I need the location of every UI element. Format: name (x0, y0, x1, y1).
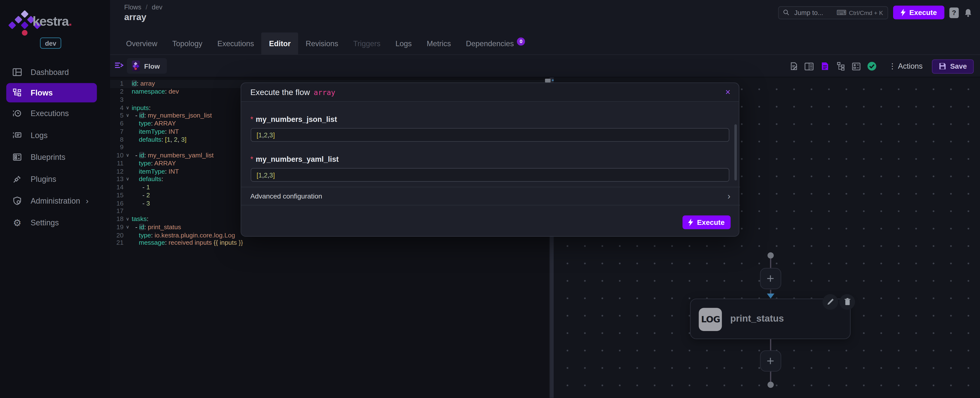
search-input[interactable] (793, 8, 833, 17)
sidebar-item-administration[interactable]: Administration › (0, 190, 110, 212)
line-number: 15 (110, 192, 124, 200)
tab-metrics[interactable]: Metrics (419, 32, 458, 55)
sidebar-item-blueprints[interactable]: Blueprints (0, 146, 110, 168)
dashboard-grid-icon (13, 67, 22, 77)
edge-line (770, 339, 771, 350)
fold-spacer (124, 88, 132, 96)
blueprints-icon (13, 152, 22, 162)
add-task-after-button[interactable]: + (760, 350, 781, 372)
bell-icon[interactable] (964, 8, 972, 17)
sidebar-item-executions[interactable]: Executions (0, 103, 110, 124)
line-number: 4 (110, 104, 124, 112)
fold-spacer (124, 200, 132, 208)
modal-execute-button[interactable]: Execute (682, 215, 730, 229)
pencil-icon (827, 299, 834, 305)
sidebar-item-settings[interactable]: ⚙ Settings (0, 212, 110, 233)
toggle-explorer-icon[interactable] (114, 62, 124, 70)
chevron-right-icon: › (86, 196, 89, 206)
input-label-yaml-list: *my_numbers_yaml_list (250, 155, 729, 163)
modal-scrollbar[interactable] (734, 125, 737, 181)
line-number: 21 (110, 239, 124, 247)
tab-logs[interactable]: Logs (388, 32, 419, 55)
fold-spacer (124, 192, 132, 200)
flow-tabs: Overview Topology Executions Editor Revi… (119, 32, 533, 55)
tab-triggers[interactable]: Triggers (346, 32, 388, 55)
doc-panel-icon[interactable] (804, 61, 814, 71)
fold-spacer (124, 232, 132, 239)
task-node-print-status[interactable]: LOG print_status (690, 299, 851, 339)
flow-code-view-icon[interactable] (820, 61, 830, 71)
fold-spacer (124, 136, 132, 144)
line-number: 12 (110, 168, 124, 176)
json-list-input[interactable]: [1,2,3] (250, 128, 729, 142)
kestra-app: kestra. dev Dashboard Flows Executions (0, 0, 980, 398)
fold-chevron-icon[interactable]: ∨ (124, 104, 132, 112)
required-asterisk: * (250, 115, 253, 124)
page-title: array (124, 12, 146, 22)
shield-icon (13, 196, 22, 206)
fold-chevron-icon[interactable]: ∨ (124, 152, 132, 160)
bolt-icon (900, 9, 906, 16)
tab-topology[interactable]: Topology (165, 32, 210, 55)
input-label-json-list: *my_numbers_json_list (250, 115, 729, 124)
save-button[interactable]: Save (932, 59, 974, 73)
blueprints-panel-icon[interactable] (851, 61, 861, 71)
topology-view-icon[interactable] (835, 61, 845, 71)
tab-editor[interactable]: Editor (262, 32, 298, 55)
edit-task-button[interactable] (823, 294, 838, 310)
line-number: 17 (110, 208, 124, 216)
line-number: 6 (110, 120, 124, 128)
line-number: 14 (110, 184, 124, 192)
delete-task-button[interactable] (840, 294, 855, 310)
edit-file-icon[interactable] (789, 61, 799, 71)
code-line[interactable]: 21 message: received inputs {{ inputs }} (110, 239, 549, 247)
jump-to-search[interactable]: ⌨ Ctrl/Cmd + K (778, 6, 888, 19)
environment-badge: dev (40, 38, 61, 49)
tab-overview[interactable]: Overview (119, 32, 165, 55)
logo-wordmark: kestra. (32, 14, 72, 29)
gear-icon: ⚙ (13, 218, 22, 227)
sidebar-item-plugins[interactable]: Plugins (0, 168, 110, 190)
fold-spacer (124, 160, 132, 168)
edge-line (770, 372, 771, 382)
line-number: 20 (110, 232, 124, 239)
line-number: 5 (110, 112, 124, 120)
advanced-configuration-row[interactable]: Advanced configuration › (241, 186, 740, 205)
kestra-logo[interactable]: kestra. (0, 9, 110, 36)
dependencies-count-badge: 0 (517, 37, 525, 46)
add-task-before-button[interactable]: + (760, 268, 781, 289)
keyboard-icon: ⌨ (837, 8, 846, 17)
help-icon[interactable]: ? (949, 7, 959, 18)
flow-file-tab[interactable]: Flow (127, 58, 167, 74)
bolt-icon (688, 218, 693, 226)
line-number: 19 (110, 224, 124, 232)
sidebar-item-dashboard[interactable]: Dashboard (0, 61, 110, 83)
topbar: Flows / dev array Overview Topology Exec… (110, 0, 980, 55)
fold-chevron-icon[interactable]: ∨ (124, 216, 132, 224)
execute-flow-modal: Execute the flow array × *my_numbers_jso… (240, 83, 739, 237)
modal-title: Execute the flow (250, 87, 310, 97)
close-icon[interactable]: × (725, 88, 730, 97)
sidebar-item-logs[interactable]: Logs (0, 124, 110, 146)
breadcrumb[interactable]: Flows / dev (124, 3, 162, 11)
line-number: 7 (110, 128, 124, 136)
fold-chevron-icon[interactable]: ∨ (124, 224, 132, 232)
code-text: message: received inputs {{ inputs }} (132, 239, 549, 247)
fold-chevron-icon[interactable]: ∨ (124, 112, 132, 120)
sidebar-item-flows[interactable]: Flows (6, 83, 97, 103)
yaml-list-input[interactable]: [1,2,3] (250, 168, 729, 182)
line-number: 9 (110, 144, 124, 152)
fold-spacer (124, 96, 132, 104)
split-handle-icon[interactable] (545, 78, 550, 82)
split-dot-icon (552, 79, 554, 81)
search-icon (783, 10, 789, 16)
tab-revisions[interactable]: Revisions (298, 32, 345, 55)
fold-spacer (124, 184, 132, 192)
tab-dependencies[interactable]: Dependencies 0 (458, 32, 533, 55)
tab-executions[interactable]: Executions (210, 32, 262, 55)
line-number: 16 (110, 200, 124, 208)
actions-menu[interactable]: ⋮ Actions (889, 62, 923, 71)
fold-chevron-icon[interactable]: ∨ (124, 176, 132, 184)
execute-button[interactable]: Execute (893, 6, 945, 19)
line-number: 10 (110, 152, 124, 160)
